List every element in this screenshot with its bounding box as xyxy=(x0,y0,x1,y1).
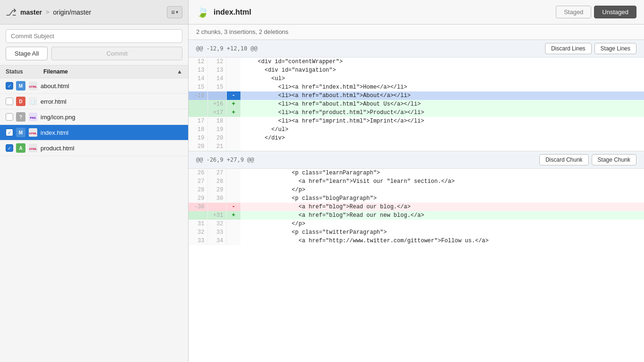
line-num-new: +17 xyxy=(207,108,226,117)
file-type-icon: HTML xyxy=(28,128,38,137)
line-num-new: 14 xyxy=(207,74,226,83)
line-marker xyxy=(226,134,240,142)
line-marker: + xyxy=(226,108,240,117)
line-num-old: 14 xyxy=(189,74,207,83)
line-content: </p> xyxy=(240,220,644,228)
diff-line: 2021 xyxy=(189,142,644,151)
diff-line: +16+ <li><a href="about.html">About Us</… xyxy=(189,100,644,108)
diff-line: 1819 </ul> xyxy=(189,125,644,134)
line-content xyxy=(240,142,644,151)
file-title: index.html xyxy=(214,8,251,16)
stage-btn[interactable]: Stage Lines xyxy=(594,43,636,54)
stage-btn[interactable]: Stage Chunk xyxy=(592,154,636,165)
line-num-new: 13 xyxy=(207,66,226,74)
file-name: index.html xyxy=(41,129,182,136)
line-num-old: 18 xyxy=(189,125,207,134)
chunk-header: @@ -26,9 +27,9 @@ Discard Chunk Stage Ch… xyxy=(189,151,644,169)
line-num-old: 33 xyxy=(189,237,207,245)
diff-line: 2627 <p class="learnParagraph"> xyxy=(189,169,644,177)
line-content: <a href="http://www.twitter.com/gittower… xyxy=(240,237,644,245)
file-type-icon: HTML xyxy=(28,81,38,90)
line-marker xyxy=(226,83,240,91)
line-num-new: 34 xyxy=(207,237,226,245)
line-content: <a href="blog">Read our new blog.</a> xyxy=(240,211,644,220)
file-status-badge: M xyxy=(16,128,25,137)
file-checkbox[interactable]: ✓ xyxy=(6,82,13,90)
line-content: <li><a href="about.html">About</a></li> xyxy=(240,91,644,100)
line-content: <a href="learn">Visit our "learn" sectio… xyxy=(240,177,644,186)
line-content: </p> xyxy=(240,186,644,194)
staged-button[interactable]: Staged xyxy=(556,6,591,18)
file-row[interactable]: ✓AHTMLproduct.html xyxy=(0,140,188,156)
line-num-old: 17 xyxy=(189,117,207,125)
commit-button[interactable]: Commit xyxy=(51,47,182,60)
line-num-old xyxy=(189,108,207,117)
file-checkbox[interactable] xyxy=(6,98,13,105)
file-row[interactable]: ✓MHTMLindex.html xyxy=(0,125,188,140)
diff-line: 3132 </p> xyxy=(189,220,644,228)
diff-line: +17+ <li><a href="product.html">Product<… xyxy=(189,108,644,117)
file-row[interactable]: ✓MHTMLabout.html xyxy=(0,78,188,94)
line-num-old: 28 xyxy=(189,186,207,194)
discard-btn[interactable]: Discard Chunk xyxy=(539,154,589,165)
svg-text:HTML: HTML xyxy=(29,132,37,135)
line-content: <li><a href="product.html">Product</a></… xyxy=(240,108,644,117)
line-num-new xyxy=(207,91,226,100)
discard-btn[interactable]: Discard Lines xyxy=(545,43,592,54)
line-marker xyxy=(226,74,240,83)
menu-button[interactable]: ≡ ▾ xyxy=(167,6,182,18)
file-row[interactable]: D📄error.html xyxy=(0,94,188,109)
line-content: <p class="blogParagraph"> xyxy=(240,194,644,203)
line-num-old: 15 xyxy=(189,83,207,91)
file-checkbox[interactable] xyxy=(6,113,13,121)
line-num-new: 12 xyxy=(207,58,226,66)
line-marker xyxy=(226,66,240,74)
status-column-header: Status xyxy=(6,68,43,75)
file-status-badge: A xyxy=(16,143,25,153)
line-num-old: 31 xyxy=(189,220,207,228)
line-marker xyxy=(226,177,240,186)
line-num-new: 19 xyxy=(207,125,226,134)
diff-line: 2728 <a href="learn">Visit our "learn" s… xyxy=(189,177,644,186)
file-row[interactable]: ?PNGimg/icon.png xyxy=(0,109,188,125)
line-marker xyxy=(226,237,240,245)
chunk-header: @@ -12,9 +12,10 @@ Discard Lines Stage L… xyxy=(189,40,644,58)
file-checkbox[interactable]: ✓ xyxy=(6,129,13,136)
line-num-old: 29 xyxy=(189,194,207,203)
line-num-old: 13 xyxy=(189,66,207,74)
file-checkbox[interactable]: ✓ xyxy=(6,144,13,152)
line-num-new: +16 xyxy=(207,100,226,108)
diff-line: +31+ <a href="blog">Read our new blog.</… xyxy=(189,211,644,220)
line-content: <li><a href="about.html">About Us</a></l… xyxy=(240,100,644,108)
file-name: about.html xyxy=(41,82,182,90)
line-content: <div id="navigation"> xyxy=(240,66,644,74)
line-num-new: +31 xyxy=(207,211,226,220)
line-num-new: 33 xyxy=(207,228,226,237)
file-status-badge: ? xyxy=(16,112,25,122)
git-icon: ⎇ xyxy=(6,7,17,18)
line-content: <p class="learnParagraph"> xyxy=(240,169,644,177)
line-num-old: 19 xyxy=(189,134,207,142)
chunk-range: @@ -12,9 +12,10 @@ xyxy=(196,45,545,52)
diff-line: 3334 <a href="http://www.twitter.com/git… xyxy=(189,237,644,245)
svg-text:PNG: PNG xyxy=(30,116,36,119)
line-content: <div id="contentWrapper"> xyxy=(240,58,644,66)
line-num-new: 21 xyxy=(207,142,226,151)
commit-subject-input[interactable] xyxy=(6,29,182,43)
line-num-new: 20 xyxy=(207,134,226,142)
line-content: <p class="twitterParagraph"> xyxy=(240,228,644,237)
diff-line: 1313 <div id="navigation"> xyxy=(189,66,644,74)
file-list: ✓MHTMLabout.htmlD📄error.html?PNGimg/icon… xyxy=(0,78,188,362)
line-num-old: 27 xyxy=(189,177,207,186)
line-marker: - xyxy=(226,91,240,100)
unstaged-button[interactable]: Unstaged xyxy=(594,6,636,18)
svg-text:HTML: HTML xyxy=(29,85,37,88)
sort-arrow-icon: ▲ xyxy=(177,68,182,75)
line-marker xyxy=(226,125,240,134)
line-num-old xyxy=(189,100,207,108)
line-num-old xyxy=(189,211,207,220)
line-num-new xyxy=(207,203,226,211)
line-num-old: 12 xyxy=(189,58,207,66)
diff-line: -30- <a href="blog">Read our blog.</a> xyxy=(189,203,644,211)
stage-all-button[interactable]: Stage All xyxy=(6,47,48,60)
